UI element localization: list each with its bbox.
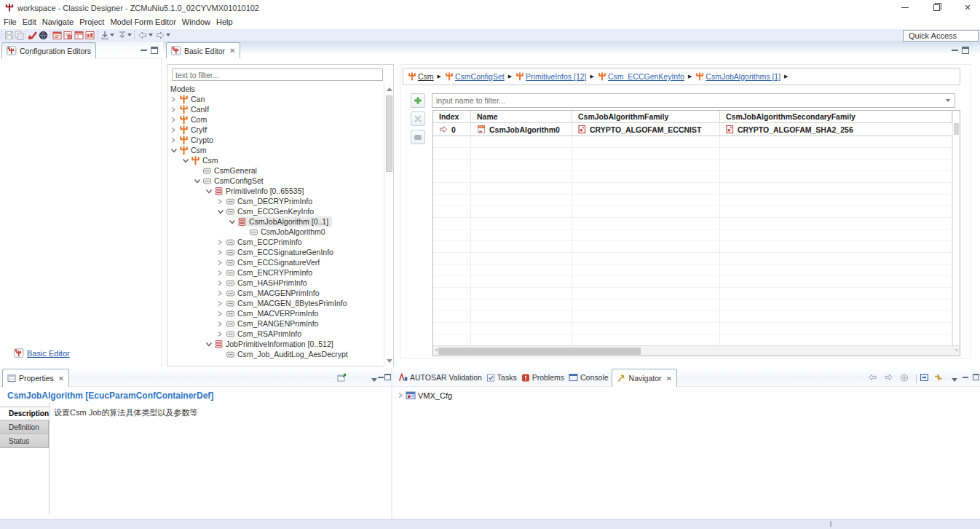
cell-secondary-family[interactable]: CRYPTO_ALGOFAM_SHA2_256	[720, 123, 952, 136]
close-properties-icon[interactable]: ✕	[58, 375, 64, 383]
tree-collapsed-icon[interactable]	[217, 331, 226, 337]
tree-expanded-icon[interactable]	[229, 219, 237, 225]
validate-icon[interactable]	[27, 30, 38, 41]
basic-editor-link[interactable]: Basic Editor	[14, 348, 70, 358]
extract-icon[interactable]	[116, 30, 127, 41]
report-icon[interactable]	[84, 30, 95, 41]
cell-family[interactable]: CRYPTO_ALGOFAM_ECCNIST	[572, 123, 720, 136]
tree-item-cryif[interactable]: CryIf	[167, 125, 383, 135]
bottom-panel-divider[interactable]	[391, 368, 392, 519]
tree-collapsed-icon[interactable]	[217, 249, 226, 256]
scroll-up-icon[interactable]	[387, 87, 392, 91]
tab-configuration-editors[interactable]: Configuration Editors	[1, 42, 96, 58]
back-history-icon[interactable]	[868, 372, 877, 383]
back-icon[interactable]	[137, 30, 148, 41]
navigator-tree-item[interactable]: VMX_Cfg	[398, 391, 452, 400]
close-tab-icon[interactable]: ✕	[229, 47, 235, 55]
tree-collapsed-icon[interactable]	[217, 259, 226, 266]
tree-item-csm-eccpriminfo[interactable]: Csm_ECCPrimInfo	[167, 237, 383, 247]
column-header-csmjobalgorithmsecondaryfamily[interactable]: CsmJobAlgorithmSecondaryFamily	[720, 111, 952, 122]
extract-dropdown[interactable]	[127, 34, 132, 36]
close-window-button[interactable]: ✕	[957, 0, 979, 15]
column-header-index[interactable]: Index	[433, 111, 471, 122]
tab-console[interactable]: Console	[567, 373, 610, 382]
menu-edit[interactable]: Edit	[20, 15, 39, 29]
tree-collapsed-icon[interactable]	[217, 321, 226, 327]
save-icon[interactable]	[4, 30, 15, 41]
tree-collapsed-icon[interactable]	[217, 198, 226, 205]
tree-item-csm-rangenpriminfo[interactable]: Csm_RANGENPrimInfo	[167, 318, 383, 329]
tab-navigator[interactable]: Navigator✕	[612, 369, 677, 387]
tree-filter-input[interactable]	[172, 68, 383, 81]
tree-item-csmgeneral[interactable]: CsmGeneral	[167, 165, 383, 176]
tree-item-crypto[interactable]: Crypto	[167, 135, 383, 145]
tree-item-csm[interactable]: Csm	[167, 145, 383, 155]
tab-tasks[interactable]: Tasks	[485, 373, 518, 382]
scroll-left-icon[interactable]: ‹	[435, 347, 438, 353]
column-header-name[interactable]: Name	[471, 111, 572, 122]
tab-basic-editor[interactable]: Basic Editor ✕	[166, 42, 240, 58]
maximize-view-icon[interactable]	[151, 47, 158, 54]
minimize-window-button[interactable]	[894, 0, 916, 15]
cell-name[interactable]: CsmJobAlgorithm0	[471, 123, 572, 136]
table-filter-input[interactable]	[432, 93, 955, 108]
scroll-right-icon[interactable]: ›	[955, 347, 957, 353]
tree-item-models[interactable]: Models	[167, 84, 383, 94]
tree-item-csm-job-auditlog-aesdecrypt[interactable]: Csm_Job_AuditLog_AesDecrypt	[167, 349, 383, 359]
minimize-editor-icon[interactable]	[952, 46, 958, 51]
tree-item-csm-macgen-8bytespriminfo[interactable]: Csm_MACGEN_8BytesPrimInfo	[167, 298, 383, 308]
tree-item-canif[interactable]: CanIf	[167, 104, 383, 114]
tree-item-csm-hashpriminfo[interactable]: Csm_HASHPrimInfo	[167, 278, 383, 288]
table-horizontal-scrollbar[interactable]: ‹ ›	[433, 345, 960, 356]
tree-scrollbar-thumb[interactable]	[386, 95, 392, 172]
properties-tab-description[interactable]: Description	[0, 407, 49, 420]
tree-collapsed-icon[interactable]	[170, 137, 179, 144]
tree-item-csm-macgenpriminfo[interactable]: Csm_MACGENPrimInfo	[167, 288, 383, 298]
breadcrumb-item-csm[interactable]: Csm	[408, 72, 434, 81]
tree-expanded-icon[interactable]	[217, 208, 226, 215]
add-row-button[interactable]	[411, 93, 425, 108]
breadcrumb-link[interactable]: PrimitiveInfos [12]	[526, 72, 586, 81]
sync-icon[interactable]	[933, 372, 942, 383]
open-new-view-icon[interactable]	[337, 372, 346, 383]
tree-collapsed-icon[interactable]	[217, 290, 226, 297]
breadcrumb-link[interactable]: CsmConfigSet	[455, 72, 505, 81]
breadcrumb-item-csmjobalgorithms-1[interactable]: CsmJobAlgorithms [1]	[695, 72, 781, 81]
table-hscroll-thumb[interactable]	[438, 348, 641, 355]
tree-item-jobprimitiveinformation-0-512[interactable]: JobPrimitiveInformation [0..512]	[167, 339, 383, 349]
properties-tab-definition[interactable]: Definition	[0, 420, 49, 434]
tree-item-csm[interactable]: Csm	[167, 155, 383, 165]
model-editor-icon[interactable]	[52, 30, 63, 41]
table-vertical-scrollbar[interactable]	[952, 111, 960, 345]
breadcrumb-link[interactable]: Csm	[418, 72, 434, 81]
tab-properties[interactable]: Properties ✕	[2, 369, 69, 387]
code-view-icon[interactable]	[63, 30, 74, 41]
tree-expanded-icon[interactable]	[194, 178, 202, 184]
console-view-menu-icon[interactable]	[950, 375, 959, 385]
menu-file[interactable]: File	[1, 15, 20, 29]
forward-icon[interactable]	[154, 30, 165, 41]
delete-row-button[interactable]	[411, 111, 425, 126]
tree-item-csm-rsapriminfo[interactable]: Csm_RSAPrimInfo	[167, 329, 383, 339]
tree-item-csm-eccsignatureverf[interactable]: Csm_ECCSignatureVerf	[167, 257, 383, 267]
tab-problems[interactable]: Problems	[520, 373, 566, 382]
tree-item-csmjobalgorithm0[interactable]: CsmJobAlgorithm0	[167, 227, 383, 237]
tree-item-csm-eccgenkeyinfo[interactable]: Csm_ECCGenKeyInfo	[167, 206, 383, 216]
tree-collapsed-icon[interactable]	[170, 127, 179, 133]
tree-expanded-icon[interactable]	[205, 188, 214, 195]
tree-item-com[interactable]: Com	[167, 114, 383, 125]
tree-expanded-icon[interactable]	[205, 341, 214, 348]
menu-project[interactable]: Project	[76, 15, 107, 29]
table-vscroll-thumb[interactable]	[954, 123, 959, 135]
breadcrumb-item-primitiveinfos-12[interactable]: PrimitiveInfos [12]	[515, 72, 586, 81]
scroll-down-icon[interactable]	[387, 359, 392, 363]
breadcrumb-item-csm-eccgenkeyinfo[interactable]: Csm_ECCGenKeyInfo	[598, 72, 684, 81]
tree-item-csm-macverpriminfo[interactable]: Csm_MACVERPrimInfo	[167, 308, 383, 318]
restore-window-button[interactable]	[925, 0, 947, 15]
tree-expanded-icon[interactable]	[170, 147, 179, 154]
tree-expanded-icon[interactable]	[182, 157, 191, 164]
breadcrumb-link[interactable]: CsmJobAlgorithms [1]	[706, 72, 781, 81]
import-dropdown[interactable]	[110, 34, 114, 36]
tree-collapsed-icon[interactable]	[217, 239, 226, 246]
breadcrumb-item-csmconfigset[interactable]: CsmConfigSet	[445, 72, 505, 81]
